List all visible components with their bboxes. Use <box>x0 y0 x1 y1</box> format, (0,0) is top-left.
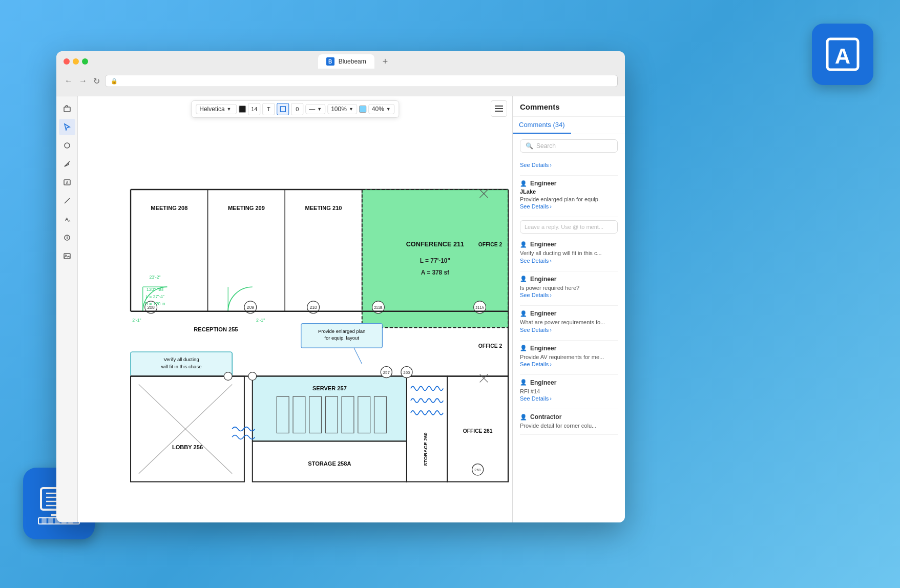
svg-text:260: 260 <box>403 370 410 375</box>
comment-author6: 👤 Engineer <box>520 345 618 352</box>
see-details-text3: See Details <box>520 258 549 264</box>
forward-button[interactable]: → <box>78 75 88 87</box>
sidebar-icon-shapes[interactable] <box>59 137 75 154</box>
sidebar-icon-cursor[interactable] <box>59 119 75 135</box>
sidebar-icon-line[interactable] <box>59 193 75 209</box>
comment-item-ducting: 👤 Engineer Verify all ducting will fit i… <box>520 237 618 271</box>
canvas-area: Helvetica ▼ 14 T 0 — ▼ 100% ▼ <box>78 96 512 522</box>
svg-text:MEETING 210: MEETING 210 <box>305 205 342 211</box>
comment-item-av: 👤 Engineer Provide AV requirements for m… <box>520 341 618 375</box>
see-details-link2[interactable]: See Details › <box>520 203 618 209</box>
see-details-text7: See Details <box>520 395 549 402</box>
comment-text4: Is power required here? <box>520 284 618 292</box>
sidebar-icon-image[interactable] <box>59 248 75 264</box>
lock-icon: 🔒 <box>111 78 118 85</box>
chevron-right-icon4: › <box>550 292 552 298</box>
comment-author: 👤 Engineer <box>520 180 618 187</box>
person-icon6: 👤 <box>520 345 527 351</box>
sidebar-icon-text[interactable]: A <box>59 174 75 191</box>
browser-chrome: B Bluebeam + ← → ↻ 🔒 <box>56 51 625 96</box>
new-tab-button[interactable]: + <box>379 56 392 67</box>
svg-text:A: A <box>66 181 68 184</box>
back-button[interactable]: ← <box>64 75 74 87</box>
font-selector[interactable]: Helvetica ▼ <box>196 104 237 114</box>
comment-reply-box[interactable]: Leave a reply. Use @ to ment... <box>520 220 618 234</box>
floor-plan: MEETING 208 MEETING 209 MEETING 210 CONF… <box>78 124 512 522</box>
chevron-right-icon7: › <box>550 395 552 402</box>
svg-text:Provide enlarged plan: Provide enlarged plan <box>318 328 365 334</box>
comment-role5: Engineer <box>530 310 556 317</box>
address-bar[interactable]: 🔒 <box>105 75 618 87</box>
svg-text:A = 378 sf: A = 378 sf <box>421 269 449 276</box>
svg-text:STORAGE 260: STORAGE 260 <box>423 433 428 466</box>
see-details-text6: See Details <box>520 361 549 367</box>
border-button[interactable] <box>277 103 289 115</box>
comment-role3: Engineer <box>530 241 556 248</box>
menu-button[interactable] <box>491 100 507 117</box>
see-details-text2: See Details <box>520 203 549 209</box>
text-button[interactable]: T <box>262 103 275 115</box>
chevron-right-icon5: › <box>550 327 552 333</box>
comment-author3: 👤 Engineer <box>520 241 618 248</box>
comments-tab[interactable]: Comments (34) <box>513 117 571 134</box>
comment-text8: Provide detail for corner colu... <box>520 422 618 430</box>
svg-text:A: A <box>835 44 850 68</box>
search-placeholder: Search <box>536 142 556 150</box>
traffic-lights <box>64 58 88 65</box>
see-details-link6[interactable]: See Details › <box>520 361 618 367</box>
chevron-down-icon3: ▼ <box>349 107 353 112</box>
chevron-down-icon4: ▼ <box>386 107 391 112</box>
svg-text:L = 27'-4": L = 27'-4" <box>145 294 164 299</box>
svg-text:23'-2": 23'-2" <box>149 275 160 280</box>
dash-pattern-label: — <box>309 106 315 113</box>
refresh-button[interactable]: ↻ <box>92 75 101 87</box>
browser-tab[interactable]: B Bluebeam <box>318 54 374 69</box>
chevron-right-icon2: › <box>550 203 552 209</box>
tab-label: Bluebeam <box>339 58 366 65</box>
comment-item-power: 👤 Engineer Is power required here? See D… <box>520 271 618 306</box>
svg-point-107 <box>224 372 232 381</box>
zoom-selector[interactable]: 100% ▼ <box>327 104 357 114</box>
see-details-link7[interactable]: See Details › <box>520 395 618 402</box>
svg-text:257: 257 <box>383 370 390 375</box>
see-details-link5[interactable]: See Details › <box>520 327 618 333</box>
svg-rect-10 <box>42 518 46 523</box>
svg-text:MEETING 208: MEETING 208 <box>151 205 187 211</box>
minimize-button[interactable] <box>73 58 79 65</box>
opacity-value: 40% <box>372 106 384 113</box>
see-details-text: See Details <box>520 162 549 168</box>
see-details-link[interactable]: See Details › <box>520 162 618 168</box>
maximize-button[interactable] <box>82 58 88 65</box>
comments-tab-bar: Comments (34) <box>513 117 625 134</box>
svg-text:SERVER 257: SERVER 257 <box>312 385 347 391</box>
dash-pattern-selector[interactable]: — ▼ <box>305 104 325 114</box>
sidebar-icon-pen[interactable] <box>59 156 75 172</box>
see-details-link3[interactable]: See Details › <box>520 258 618 264</box>
search-bar[interactable]: 🔍 Search <box>520 139 618 153</box>
title-bar: B Bluebeam + <box>56 51 625 72</box>
sidebar-icon-text2[interactable]: AA <box>59 211 75 227</box>
font-size-field[interactable]: 14 <box>248 103 260 115</box>
comment-author7: 👤 Engineer <box>520 379 618 386</box>
sidebar-icon-markup[interactable] <box>59 229 75 246</box>
see-details-link4[interactable]: See Details › <box>520 292 618 298</box>
see-details-text5: See Details <box>520 327 549 333</box>
comment-text3: Verify all ducting will fit in this c... <box>520 249 618 257</box>
person-icon8: 👤 <box>520 414 527 421</box>
opacity-selector[interactable]: 40% ▼ <box>368 104 394 114</box>
comment-role8: Contractor <box>530 413 561 421</box>
sidebar-icon-briefcase[interactable] <box>59 100 75 117</box>
zoom-level: 100% <box>331 106 347 113</box>
tab-favicon: B <box>326 57 334 66</box>
font-name: Helvetica <box>199 106 224 113</box>
text-color-swatch[interactable] <box>239 106 246 113</box>
chevron-right-icon3: › <box>550 258 552 264</box>
svg-text:RECEPTION 255: RECEPTION 255 <box>194 326 238 332</box>
border-size-field[interactable]: 0 <box>291 103 303 115</box>
close-button[interactable] <box>64 58 70 65</box>
fill-color-swatch[interactable] <box>359 106 366 113</box>
svg-rect-25 <box>64 254 70 259</box>
svg-text:261: 261 <box>474 468 482 472</box>
comment-role: Engineer <box>530 180 556 187</box>
comment-role4: Engineer <box>530 276 556 283</box>
